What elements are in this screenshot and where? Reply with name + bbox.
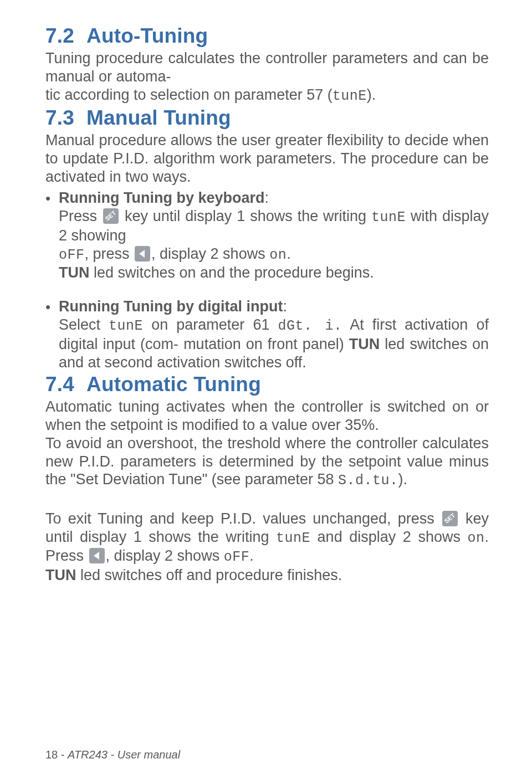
- bullet-dot-icon: •: [45, 189, 59, 207]
- text: Manual procedure allows the user greater…: [45, 132, 489, 185]
- text: and display 2 shows: [310, 529, 467, 545]
- segment-text-tune: tunE: [371, 209, 406, 225]
- paragraph-exit-tuning: To exit Tuning and keep P.I.D. values un…: [45, 510, 489, 585]
- text: Automatic tuning activates when the cont…: [45, 398, 489, 433]
- text: To avoid an overshoot, the treshold wher…: [45, 435, 489, 488]
- paragraph-7-4-b: To avoid an overshoot, the treshold wher…: [45, 434, 489, 490]
- paragraph-7-3-intro: Manual procedure allows the user greater…: [45, 131, 489, 186]
- svg-marker-1: [139, 250, 145, 258]
- text: , display 2 shows: [151, 245, 269, 262]
- bullet-dot-icon: •: [45, 298, 59, 315]
- paragraph-7-4-a: Automatic tuning activates when the cont…: [45, 398, 489, 434]
- segment-text-tune: tunE: [332, 88, 367, 104]
- svg-text:SET: SET: [104, 209, 117, 222]
- text: , display 2 shows: [106, 547, 224, 564]
- bullet-title: Running Tuning by keyboard: [59, 189, 265, 206]
- arrow-key-icon: [135, 246, 150, 262]
- segment-text-off: oFF: [59, 247, 85, 263]
- page-footer: 18 - ATR243 - User manual: [45, 748, 180, 761]
- heading-7-2: 7.2Auto-Tuning: [45, 23, 489, 48]
- text: .: [249, 547, 254, 564]
- text: key until display 1 shows the writing: [120, 208, 371, 224]
- heading-7-3: 7.3Manual Tuning: [45, 105, 489, 130]
- text: To exit Tuning and keep P.I.D. values un…: [45, 510, 441, 527]
- heading-number: 7.2: [45, 24, 74, 47]
- text: led switches on and the procedure begins…: [90, 264, 374, 281]
- segment-text-off: oFF: [224, 549, 250, 565]
- segment-text-tune: tunE: [109, 318, 143, 334]
- arrow-key-icon: [89, 548, 105, 563]
- bullet-item-digital-input: • Running Tuning by digital input: Selec…: [45, 298, 489, 371]
- footer-separator: -: [58, 749, 68, 761]
- text: Press: [59, 208, 102, 224]
- text: ).: [398, 471, 408, 488]
- text-tun: TUN: [45, 567, 76, 583]
- bullet-title: Running Tuning by digital input: [59, 298, 283, 315]
- heading-title: Auto-Tuning: [86, 24, 208, 47]
- heading-title: Automatic Tuning: [86, 373, 261, 396]
- text-tun: TUN: [59, 264, 90, 281]
- segment-text-on: on: [467, 530, 484, 546]
- text: led switches off and procedure finishes.: [76, 567, 342, 583]
- page-number: 18: [45, 749, 58, 761]
- text: .: [287, 245, 291, 262]
- footer-doc-title: ATR243 - User manual: [68, 749, 180, 761]
- segment-text-on: on: [269, 247, 287, 263]
- bullet-item-keyboard: • Running Tuning by keyboard: Press SET …: [45, 189, 489, 282]
- heading-number: 7.3: [45, 106, 74, 129]
- set-key-icon: SET: [103, 208, 119, 224]
- heading-number: 7.4: [45, 373, 74, 396]
- segment-text-tune: tunE: [276, 530, 310, 546]
- text: Tuning procedure calculates the controll…: [45, 50, 489, 85]
- svg-text:SET: SET: [443, 512, 456, 525]
- text: tic according to selection on parameter …: [45, 86, 332, 103]
- text: on parameter 61: [143, 316, 278, 333]
- text-tun: TUN: [349, 336, 380, 352]
- text: mutation on front panel): [183, 336, 349, 352]
- text: , press: [85, 245, 134, 262]
- text: ).: [367, 86, 376, 103]
- heading-title: Manual Tuning: [86, 106, 231, 129]
- svg-marker-3: [94, 552, 99, 560]
- set-key-icon: SET: [442, 511, 458, 526]
- segment-text-dgt: dGt. i.: [278, 318, 342, 334]
- segment-text-sdtu: S.d.tu.: [338, 473, 398, 489]
- text: Select: [59, 316, 109, 333]
- heading-7-4: 7.4Automatic Tuning: [45, 372, 489, 397]
- paragraph-7-2: Tuning procedure calculates the controll…: [45, 49, 489, 105]
